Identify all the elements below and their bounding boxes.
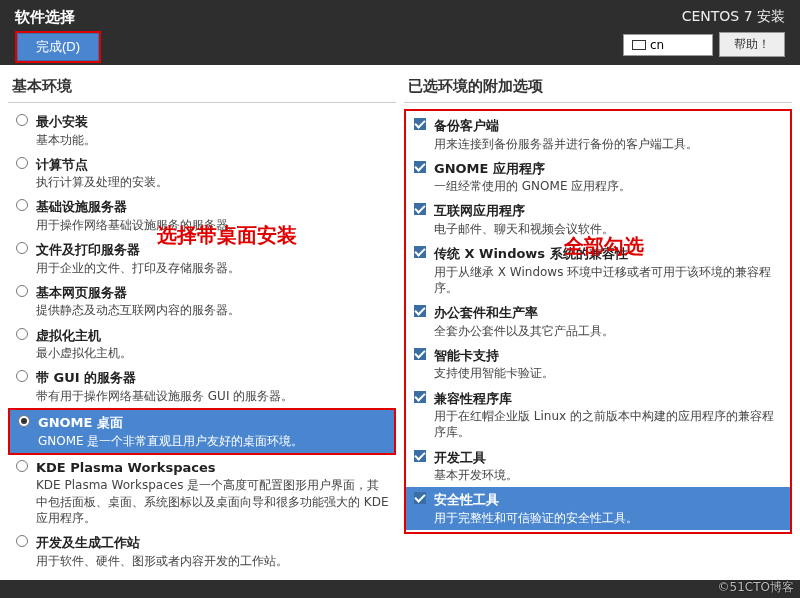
option-title: GNOME 应用程序: [434, 160, 784, 178]
addon-option[interactable]: 开发工具基本开发环境。: [406, 445, 790, 488]
checkbox-icon: [414, 246, 426, 258]
environment-option[interactable]: 基础设施服务器用于操作网络基础设施服务的服务器。: [8, 194, 396, 237]
option-desc: 用于操作网络基础设施服务的服务器。: [36, 217, 390, 233]
checkbox-icon: [414, 305, 426, 317]
addon-heading: 已选环境的附加选项: [404, 77, 792, 96]
option-title: KDE Plasma Workspaces: [36, 459, 390, 477]
radio-icon: [18, 415, 30, 427]
addon-option[interactable]: 互联网应用程序电子邮件、聊天和视频会议软件。: [406, 198, 790, 241]
option-title: 互联网应用程序: [434, 202, 784, 220]
page-title: 软件选择: [15, 8, 101, 27]
option-desc: 用于完整性和可信验证的安全性工具。: [434, 510, 784, 526]
environment-option[interactable]: 虚拟化主机最小虚拟化主机。: [8, 323, 396, 366]
option-desc: 用于企业的文件、打印及存储服务器。: [36, 260, 390, 276]
option-title: 文件及打印服务器: [36, 241, 390, 259]
option-title: 备份客户端: [434, 117, 784, 135]
option-title: 基础设施服务器: [36, 198, 390, 216]
environment-option[interactable]: 文件及打印服务器用于企业的文件、打印及存储服务器。: [8, 237, 396, 280]
annotation-box-done: 完成(D): [15, 31, 101, 63]
option-title: 开发工具: [434, 449, 784, 467]
addon-list: 备份客户端用来连接到备份服务器并进行备份的客户端工具。GNOME 应用程序一组经…: [406, 113, 790, 530]
installer-label: CENTOS 7 安装: [623, 8, 785, 26]
done-button[interactable]: 完成(D): [17, 33, 99, 61]
environment-list: 最小安装基本功能。计算节点执行计算及处理的安装。基础设施服务器用于操作网络基础设…: [8, 109, 396, 573]
environment-column: 基本环境 最小安装基本功能。计算节点执行计算及处理的安装。基础设施服务器用于操作…: [8, 77, 396, 572]
environment-option[interactable]: 最小安装基本功能。: [8, 109, 396, 152]
environment-option[interactable]: 开发及生成工作站用于软件、硬件、图形或者内容开发的工作站。: [8, 530, 396, 573]
checkbox-icon: [414, 492, 426, 504]
option-desc: KDE Plasma Workspaces 是一个高度可配置图形用户界面，其中包…: [36, 477, 390, 526]
option-title: GNOME 桌面: [38, 414, 388, 432]
checkbox-icon: [414, 391, 426, 403]
option-desc: 支持使用智能卡验证。: [434, 365, 784, 381]
addon-option[interactable]: 兼容性程序库用于在红帽企业版 Linux 的之前版本中构建的应用程序的兼容程序库…: [406, 386, 790, 445]
addon-option[interactable]: GNOME 应用程序一组经常使用的 GNOME 应用程序。: [406, 156, 790, 199]
separator: [8, 102, 396, 103]
radio-icon: [16, 535, 28, 547]
option-desc: 一组经常使用的 GNOME 应用程序。: [434, 178, 784, 194]
radio-icon: [16, 242, 28, 254]
checkbox-icon: [414, 348, 426, 360]
keyboard-layout-selector[interactable]: cn: [623, 34, 713, 56]
addon-option[interactable]: 办公套件和生产率全套办公套件以及其它产品工具。: [406, 300, 790, 343]
watermark: ©51CTO博客: [718, 579, 794, 596]
option-desc: 最小虚拟化主机。: [36, 345, 390, 361]
addon-option[interactable]: 智能卡支持支持使用智能卡验证。: [406, 343, 790, 386]
option-title: 计算节点: [36, 156, 390, 174]
annotation-box-addons: 备份客户端用来连接到备份服务器并进行备份的客户端工具。GNOME 应用程序一组经…: [404, 109, 792, 534]
option-desc: 电子邮件、聊天和视频会议软件。: [434, 221, 784, 237]
addon-column: 已选环境的附加选项 备份客户端用来连接到备份服务器并进行备份的客户端工具。GNO…: [404, 77, 792, 572]
help-button[interactable]: 帮助！: [719, 32, 785, 57]
radio-icon: [16, 370, 28, 382]
keyboard-icon: [632, 40, 646, 50]
content-area: 基本环境 最小安装基本功能。计算节点执行计算及处理的安装。基础设施服务器用于操作…: [0, 65, 800, 580]
option-title: 虚拟化主机: [36, 327, 390, 345]
option-desc: 执行计算及处理的安装。: [36, 174, 390, 190]
option-desc: 用于从继承 X Windows 环境中迁移或者可用于该环境的兼容程序。: [434, 264, 784, 296]
separator: [404, 102, 792, 103]
checkbox-icon: [414, 450, 426, 462]
option-title: 智能卡支持: [434, 347, 784, 365]
option-title: 开发及生成工作站: [36, 534, 390, 552]
option-title: 最小安装: [36, 113, 390, 131]
option-desc: GNOME 是一个非常直观且用户友好的桌面环境。: [38, 433, 388, 449]
option-desc: 用于在红帽企业版 Linux 的之前版本中构建的应用程序的兼容程序库。: [434, 408, 784, 440]
option-desc: 提供静态及动态互联网内容的服务器。: [36, 302, 390, 318]
radio-icon: [16, 199, 28, 211]
addon-option[interactable]: 安全性工具用于完整性和可信验证的安全性工具。: [406, 487, 790, 530]
option-desc: 带有用于操作网络基础设施服务 GUI 的服务器。: [36, 388, 390, 404]
option-title: 基本网页服务器: [36, 284, 390, 302]
checkbox-icon: [414, 203, 426, 215]
option-title: 办公套件和生产率: [434, 304, 784, 322]
option-title: 兼容性程序库: [434, 390, 784, 408]
environment-option[interactable]: KDE Plasma WorkspacesKDE Plasma Workspac…: [8, 455, 396, 530]
environment-option[interactable]: 计算节点执行计算及处理的安装。: [8, 152, 396, 195]
radio-icon: [16, 114, 28, 126]
checkbox-icon: [414, 118, 426, 130]
environment-option[interactable]: 带 GUI 的服务器带有用于操作网络基础设施服务 GUI 的服务器。: [8, 365, 396, 408]
option-desc: 用于软件、硬件、图形或者内容开发的工作站。: [36, 553, 390, 569]
topbar: 软件选择 完成(D) CENTOS 7 安装 cn 帮助！: [0, 0, 800, 65]
radio-icon: [16, 328, 28, 340]
addon-option[interactable]: 传统 X Windows 系统的兼容性用于从继承 X Windows 环境中迁移…: [406, 241, 790, 300]
addon-option[interactable]: 备份客户端用来连接到备份服务器并进行备份的客户端工具。: [406, 113, 790, 156]
option-title: 传统 X Windows 系统的兼容性: [434, 245, 784, 263]
radio-icon: [16, 157, 28, 169]
option-desc: 全套办公套件以及其它产品工具。: [434, 323, 784, 339]
radio-icon: [16, 460, 28, 472]
annotation-box-gnome: GNOME 桌面GNOME 是一个非常直观且用户友好的桌面环境。: [8, 408, 396, 455]
option-title: 安全性工具: [434, 491, 784, 509]
environment-option[interactable]: GNOME 桌面GNOME 是一个非常直观且用户友好的桌面环境。: [10, 410, 394, 453]
environment-heading: 基本环境: [8, 77, 396, 96]
radio-icon: [16, 285, 28, 297]
option-desc: 用来连接到备份服务器并进行备份的客户端工具。: [434, 136, 784, 152]
option-desc: 基本功能。: [36, 132, 390, 148]
option-title: 带 GUI 的服务器: [36, 369, 390, 387]
option-desc: 基本开发环境。: [434, 467, 784, 483]
environment-option[interactable]: 基本网页服务器提供静态及动态互联网内容的服务器。: [8, 280, 396, 323]
checkbox-icon: [414, 161, 426, 173]
